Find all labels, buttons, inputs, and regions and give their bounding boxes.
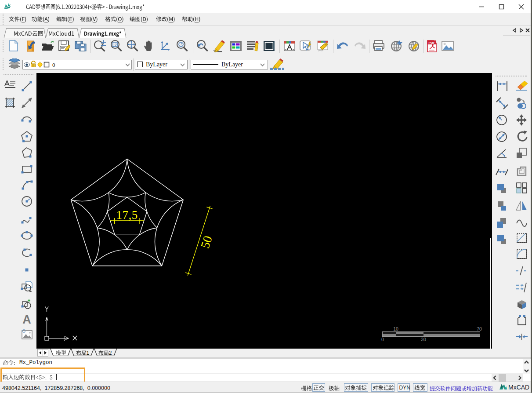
svg-text:0: 0: [381, 337, 384, 342]
svg-text:30: 30: [421, 337, 426, 342]
svg-text:A: A: [22, 313, 31, 326]
svg-text:PDF: PDF: [429, 41, 435, 45]
svg-text:17,5: 17,5: [116, 208, 138, 222]
svg-text:10: 10: [393, 326, 398, 331]
svg-text:70: 70: [477, 326, 482, 331]
